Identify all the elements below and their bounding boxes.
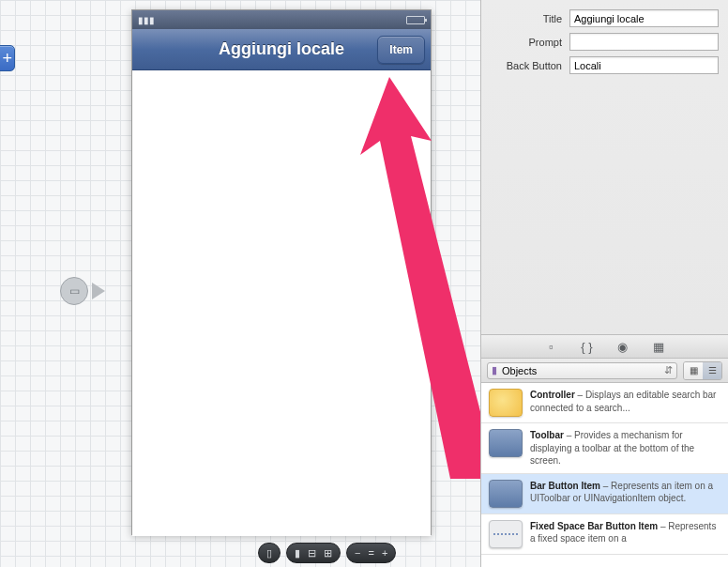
layout-icon-3: ⊞ [324,547,332,559]
add-button[interactable]: + [0,45,15,71]
back-button-field[interactable] [569,56,719,74]
zoom-in-icon: + [382,547,387,559]
object-library-list[interactable]: Controller – Displays an editable search… [481,383,728,567]
title-label: Title [491,13,569,24]
bar-button-item-icon [489,480,523,508]
segue-arrow[interactable]: ▭ [60,272,126,310]
title-field[interactable] [569,9,719,27]
toolbar-icon [489,429,523,457]
library-tab-strip: ▫ { } ◉ ▦ [481,334,728,359]
phone-icon: ▯ [266,547,272,559]
storyboard-canvas[interactable]: + ▭ ▮▮▮ Aggiungi locale Item ▯ ▮ ⊟ ⊞ − =… [0,0,480,567]
back-button-label: Back Button [491,60,569,71]
tab-file-icon[interactable]: ▫ [543,338,560,355]
bar-button-item[interactable]: Item [377,36,425,64]
objects-dropdown[interactable]: ▮ Objects ⇵ [487,362,677,379]
prompt-field[interactable] [569,33,719,51]
segue-icon: ▭ [60,277,88,305]
nav-title: Aggiungi locale [219,39,344,59]
device-pill[interactable]: ▯ [258,543,281,563]
iphone-scene[interactable]: ▮▮▮ Aggiungi locale Item [131,9,432,535]
chevron-right-icon [92,283,105,299]
status-bar: ▮▮▮ [132,10,431,29]
zoom-out-icon: − [355,547,360,559]
carrier-icon: ▮▮▮ [138,15,155,25]
list-item[interactable]: Bar Button Item – Represents an item on … [481,474,728,514]
layout-icon-1: ▮ [295,547,300,559]
lib-item-title: Fixed Space Bar Button Item [530,521,658,531]
view-content[interactable] [132,70,431,536]
view-toggle: ▦ ☰ [683,361,722,380]
prompt-label: Prompt [491,37,569,48]
list-view-button[interactable]: ☰ [703,362,721,379]
list-item[interactable]: Fixed Space Bar Button Item – Represents… [481,514,728,555]
grid-view-button[interactable]: ▦ [684,362,703,379]
search-controller-icon [489,389,523,417]
inspector-panel: Title Prompt Back Button ▫ { } ◉ ▦ ▮ Obj… [480,0,728,567]
dropdown-arrows-icon: ⇵ [664,364,673,376]
library-filter-bar: ▮ Objects ⇵ ▦ ☰ [481,359,728,383]
zoom-fit-icon: = [368,547,373,559]
tab-braces-icon[interactable]: { } [579,338,596,355]
list-item[interactable]: Toolbar – Provides a mechanism for displ… [481,423,728,474]
tab-cube-icon[interactable]: ◉ [614,338,631,355]
layout-pill[interactable]: ▮ ⊟ ⊞ [286,543,341,563]
navigation-bar[interactable]: Aggiungi locale Item [132,29,431,70]
lib-item-title: Controller [530,390,575,400]
zoom-pill[interactable]: − = + [346,543,396,563]
objects-label: Objects [502,365,537,376]
layout-icon-2: ⊟ [308,547,316,559]
tab-media-icon[interactable]: ▦ [650,338,667,355]
canvas-toolbar: ▯ ▮ ⊟ ⊞ − = + [258,543,396,563]
book-icon: ▮ [492,364,497,376]
lib-item-title: Toolbar [530,430,564,440]
list-item[interactable]: Controller – Displays an editable search… [481,383,728,423]
lib-item-title: Bar Button Item [530,481,600,491]
battery-icon [406,16,425,24]
fixed-space-icon [489,520,523,548]
attributes-form: Title Prompt Back Button [481,0,728,84]
